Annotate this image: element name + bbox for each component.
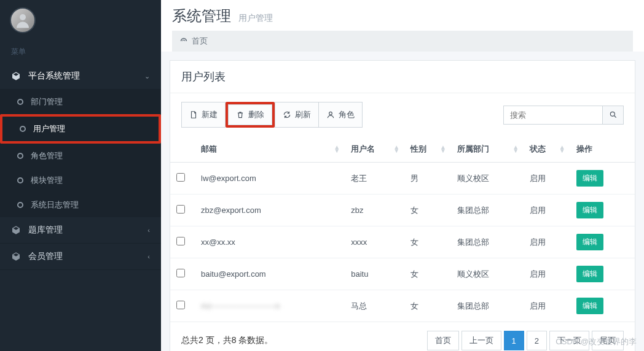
sidebar-item-dept[interactable]: 部门管理 bbox=[0, 90, 161, 114]
chevron-down-icon: ⌄ bbox=[144, 72, 150, 80]
row-checkbox[interactable] bbox=[176, 237, 185, 245]
row-checkbox[interactable] bbox=[176, 269, 185, 277]
file-icon bbox=[189, 110, 198, 119]
table-row: lw@export.com老王男顺义校区启用编辑 bbox=[170, 163, 635, 195]
table-row: xx@xx.xxxxxx女集团总部启用编辑 bbox=[170, 226, 635, 258]
pager-prev[interactable]: 上一页 bbox=[461, 331, 501, 350]
trash-icon bbox=[236, 110, 245, 119]
role-button[interactable]: 角色 bbox=[318, 102, 363, 128]
circle-icon bbox=[17, 202, 23, 208]
sort-icon: ▲▼ bbox=[440, 145, 446, 153]
cell-username: 老王 bbox=[345, 163, 404, 195]
sidebar-item-label: 角色管理 bbox=[31, 150, 63, 161]
user-list-card: 用户列表 新建 删除 bbox=[170, 60, 635, 351]
toolbar: 新建 删除 刷新 bbox=[170, 93, 635, 136]
cell-gender: 女 bbox=[404, 226, 451, 258]
avatar[interactable] bbox=[10, 7, 36, 33]
cell-status: 启用 bbox=[524, 163, 570, 195]
card-title: 用户列表 bbox=[170, 61, 635, 93]
sidebar-item-roles[interactable]: 角色管理 bbox=[0, 144, 161, 168]
circle-icon bbox=[20, 126, 26, 132]
svg-point-2 bbox=[610, 112, 615, 116]
row-checkbox[interactable] bbox=[176, 205, 185, 214]
edit-button[interactable]: 编辑 bbox=[576, 234, 603, 250]
dashboard-icon bbox=[179, 37, 188, 45]
edit-button[interactable]: 编辑 bbox=[576, 266, 603, 282]
row-checkbox[interactable] bbox=[176, 173, 185, 182]
sidebar-item-label: 部门管理 bbox=[31, 96, 63, 107]
sidebar-item-label: 模块管理 bbox=[31, 175, 63, 186]
breadcrumb: 首页 bbox=[172, 31, 633, 52]
avatar-section bbox=[0, 0, 161, 40]
edit-button[interactable]: 编辑 bbox=[576, 298, 603, 314]
search-icon bbox=[609, 110, 618, 119]
circle-icon bbox=[17, 153, 23, 159]
pager-page-1[interactable]: 1 bbox=[504, 331, 524, 350]
cell-email: zbz@export.com bbox=[195, 195, 345, 226]
cell-username: zbz bbox=[345, 195, 404, 226]
cell-status: 启用 bbox=[524, 290, 570, 322]
sidebar-item-users[interactable]: 用户管理 bbox=[2, 117, 159, 141]
cell-status: 启用 bbox=[524, 195, 570, 226]
svg-point-1 bbox=[329, 112, 332, 115]
table-row: zbz@export.comzbz女集团总部启用编辑 bbox=[170, 195, 635, 226]
pager-first[interactable]: 首页 bbox=[427, 331, 459, 350]
page-header: 系统管理 用户管理 首页 bbox=[161, 0, 644, 52]
col-dept[interactable]: 所属部门▲▼ bbox=[451, 136, 524, 163]
table-row: mz————————n马总女集团总部启用编辑 bbox=[170, 290, 635, 322]
cube-icon bbox=[11, 225, 22, 235]
sidebar-item-label: 用户管理 bbox=[33, 123, 65, 134]
button-label: 新建 bbox=[202, 109, 218, 120]
button-label: 角色 bbox=[339, 109, 355, 120]
edit-button[interactable]: 编辑 bbox=[576, 170, 603, 187]
sidebar-group-question-bank[interactable]: 题库管理 ‹ bbox=[0, 217, 161, 244]
cell-gender: 男 bbox=[404, 163, 451, 195]
sidebar-item-logs[interactable]: 系统日志管理 bbox=[0, 193, 161, 217]
cell-gender: 女 bbox=[404, 290, 451, 322]
chevron-left-icon: ‹ bbox=[147, 253, 150, 260]
cell-email: mz————————n bbox=[195, 290, 345, 322]
new-button[interactable]: 新建 bbox=[181, 102, 226, 128]
footer-summary: 总共2 页，共8 条数据。 bbox=[181, 335, 273, 346]
cube-icon bbox=[11, 71, 22, 81]
sidebar-item-modules[interactable]: 模块管理 bbox=[0, 168, 161, 193]
search-input[interactable] bbox=[504, 106, 602, 124]
col-ops: 操作 bbox=[570, 136, 635, 163]
sidebar: 菜单 平台系统管理 ⌄ 部门管理 用户管理 角色管理 模块管理 系统日志管理 题… bbox=[0, 0, 161, 351]
sidebar-item-label: 系统日志管理 bbox=[31, 199, 79, 210]
pager-page-2[interactable]: 2 bbox=[527, 331, 547, 350]
table-row: baitu@export.combaitu女顺义校区启用编辑 bbox=[170, 258, 635, 290]
search-button[interactable] bbox=[602, 106, 623, 124]
edit-button[interactable]: 编辑 bbox=[576, 202, 603, 218]
watermark: CSDN @改变世界的李 bbox=[556, 336, 637, 347]
delete-button[interactable]: 删除 bbox=[228, 104, 272, 125]
sort-icon: ▲▼ bbox=[559, 145, 565, 153]
menu-heading: 菜单 bbox=[0, 40, 161, 63]
sidebar-group-platform[interactable]: 平台系统管理 ⌄ bbox=[0, 63, 161, 90]
col-email[interactable]: 邮箱▲▼ bbox=[195, 136, 345, 163]
button-label: 删除 bbox=[248, 109, 264, 120]
cell-dept: 顺义校区 bbox=[451, 163, 524, 195]
button-label: 刷新 bbox=[295, 109, 311, 120]
user-avatar-icon bbox=[14, 11, 32, 29]
refresh-button[interactable]: 刷新 bbox=[275, 102, 319, 128]
sort-icon: ▲▼ bbox=[512, 145, 519, 153]
col-username[interactable]: 用户名▲▼ bbox=[345, 136, 404, 163]
col-gender[interactable]: 性别▲▼ bbox=[404, 136, 451, 163]
row-checkbox[interactable] bbox=[176, 301, 185, 309]
sidebar-group-label: 题库管理 bbox=[28, 225, 63, 236]
search-box bbox=[503, 106, 624, 125]
cell-status: 启用 bbox=[524, 226, 570, 258]
cell-username: xxxx bbox=[345, 226, 404, 258]
cell-username: 马总 bbox=[345, 290, 404, 322]
cell-email: xx@xx.xx bbox=[195, 226, 345, 258]
cell-dept: 集团总部 bbox=[451, 290, 524, 322]
circle-icon bbox=[17, 99, 23, 105]
sidebar-group-label: 会员管理 bbox=[28, 251, 63, 262]
breadcrumb-home[interactable]: 首页 bbox=[192, 36, 208, 47]
sidebar-group-members[interactable]: 会员管理 ‹ bbox=[0, 244, 161, 270]
cube-icon bbox=[11, 252, 22, 261]
user-table: 邮箱▲▼ 用户名▲▼ 性别▲▼ 所属部门▲▼ 状态▲▼ 操作 lw@export… bbox=[170, 136, 635, 322]
chevron-left-icon: ‹ bbox=[147, 226, 150, 234]
col-status[interactable]: 状态▲▼ bbox=[524, 136, 570, 163]
